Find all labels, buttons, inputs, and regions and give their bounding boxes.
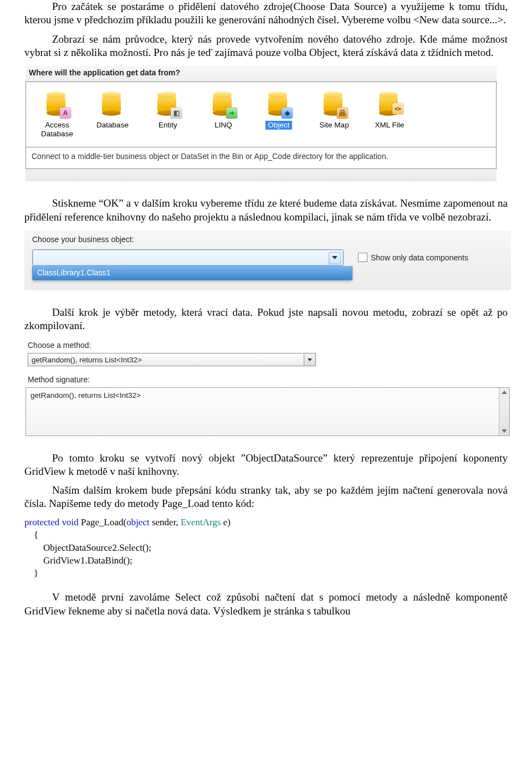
paragraph-5: Po tomto kroku se vytvoří nový objekt ”O… <box>24 452 508 479</box>
ds1-description: Connect to a middle-tier business object… <box>25 147 497 169</box>
ds1-footer-bar <box>25 169 497 181</box>
ds1-option-sitemap[interactable]: 品 Site Map <box>306 90 362 138</box>
chevron-down-icon <box>332 256 337 259</box>
ds1-option-entity[interactable]: ◧ Entity <box>140 90 196 138</box>
ds1-option-object[interactable]: ◆ Object <box>251 90 306 138</box>
ds3-signature-label: Method signature: <box>24 374 511 387</box>
ds2-label: Choose your business object: <box>32 235 505 244</box>
ds1-option-label: LINQ <box>196 121 251 130</box>
paragraph-1-text: Pro začátek se postaráme o přidělení dat… <box>24 1 508 25</box>
ds1-option-label: XML File <box>362 121 417 130</box>
code-text: sender, <box>150 517 181 527</box>
ds1-option-access-database[interactable]: A Access Database <box>29 90 85 138</box>
database-icon: 品 <box>321 91 347 117</box>
code-text: ObjectDataSource2.Select(); <box>24 542 151 553</box>
scroll-down-icon <box>502 429 507 433</box>
screenshot-choose-business-object: Choose your business object: Show only d… <box>24 230 511 290</box>
method-signature-text: getRandom(), returns List<Int32> <box>30 391 141 399</box>
show-only-data-components-label: Show only data components <box>371 253 468 262</box>
database-icon: <> <box>377 91 402 117</box>
paragraph-7: V metodě první zavoláme Select což způso… <box>24 591 508 618</box>
paragraph-7-text: V metodě první zavoláme Select což způso… <box>24 591 508 616</box>
scroll-up-icon <box>502 391 507 394</box>
code-text: { <box>24 530 38 540</box>
method-combobox-value: getRandom(), returns List<Int32> <box>32 356 142 364</box>
ds1-option-linq[interactable]: ➜ LINQ <box>196 90 251 138</box>
business-object-combobox[interactable] <box>32 249 344 266</box>
ds1-option-xml-file[interactable]: <> XML File <box>362 90 417 138</box>
code-keyword: protected <box>24 517 59 527</box>
database-icon: ➜ <box>211 91 236 117</box>
method-combobox[interactable]: getRandom(), returns List<Int32> <box>28 353 316 366</box>
paragraph-2-text: Zobrazí se nám průvodce, který nás prove… <box>24 33 508 58</box>
ds3-method-label: Choose a method: <box>24 340 511 353</box>
ds1-option-database[interactable]: Database <box>85 90 140 138</box>
paragraph-2: Zobrazí se nám průvodce, který nás prove… <box>24 33 508 60</box>
database-icon: ◧ <box>155 91 181 117</box>
ds1-option-label: Database <box>85 121 140 130</box>
code-text: } <box>24 568 38 578</box>
database-icon <box>100 91 125 117</box>
ds1-title: Where will the application get data from… <box>25 66 497 81</box>
code-block: protected void Page_Load(object sender, … <box>24 516 508 580</box>
ds1-option-label: Entity <box>140 121 196 130</box>
ds1-option-label: Site Map <box>306 121 362 130</box>
screenshot-choose-method: Choose a method: getRandom(), returns Li… <box>24 340 511 436</box>
database-icon: ◆ <box>266 91 291 117</box>
code-text: Page_Load( <box>79 517 126 527</box>
paragraph-4: Další krok je výběr metody, která vrací … <box>24 306 508 333</box>
paragraph-3: Stiskneme “OK” a v dalším kroku vybereme… <box>24 197 508 224</box>
business-object-dropdown-item[interactable]: ClassLibrary1.Class1 <box>32 266 352 280</box>
chevron-down-icon <box>308 358 312 361</box>
ds1-options-list: A Access Database Database ◧ Entity ➜ <box>25 81 497 147</box>
method-signature-box: getRandom(), returns List<Int32> <box>25 387 510 436</box>
code-text: GridView1.DataBind(); <box>24 555 132 566</box>
code-type: EventArgs <box>181 517 221 527</box>
show-only-data-components-checkbox[interactable] <box>358 253 367 262</box>
paragraph-6: Naším dalším krokem bude přepsání kódu s… <box>24 484 508 511</box>
paragraph-3-text: Stiskneme “OK” a v dalším kroku vybereme… <box>24 197 508 222</box>
code-keyword: object <box>126 517 150 527</box>
paragraph-1: Pro začátek se postaráme o přidělení dat… <box>24 0 508 27</box>
code-keyword: void <box>62 517 79 527</box>
database-icon: A <box>44 91 70 117</box>
paragraph-4-text: Další krok je výběr metody, která vrací … <box>24 306 508 331</box>
screenshot-choose-data-source: Where will the application get data from… <box>25 66 497 181</box>
paragraph-6-text: Naším dalším krokem bude přepsání kódu s… <box>24 484 508 509</box>
ds1-option-label: Access Database <box>29 121 85 138</box>
paragraph-5-text: Po tomto kroku se vytvoří nový objekt ”O… <box>24 452 508 477</box>
scrollbar[interactable] <box>499 388 509 435</box>
code-text: e) <box>221 517 231 527</box>
ds1-option-label: Object <box>265 121 291 130</box>
